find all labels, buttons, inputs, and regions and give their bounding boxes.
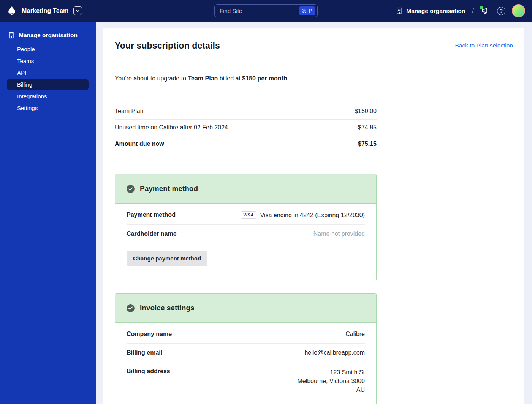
sidebar-item-integrations[interactable]: Integrations <box>7 91 89 102</box>
row-value: VISA Visa ending in 4242 (Expiring 12/20… <box>241 211 365 219</box>
topbar: Marketing Team Find Site ⌘ P Manage orga… <box>0 0 532 22</box>
calibre-logo-icon <box>7 6 17 16</box>
row-label: Company name <box>127 331 172 338</box>
separator: / <box>472 7 474 15</box>
back-to-plan-selection-link[interactable]: Back to Plan selection <box>455 42 513 49</box>
card-details-text: Visa ending in 4242 (Expiring 12/2030) <box>260 212 365 219</box>
sidebar-item-billing[interactable]: Billing <box>7 79 89 90</box>
sidebar-item-api[interactable]: API <box>7 68 89 78</box>
row-value: 123 Smith St Melbourne, Victoria 3000 AU <box>297 368 365 394</box>
sidebar-item-settings[interactable]: Settings <box>7 103 89 114</box>
intro-suffix: . <box>287 75 289 82</box>
notification-dot <box>480 6 483 9</box>
upgrade-intro-text: You’re about to upgrade to Team Plan bil… <box>115 75 513 82</box>
sidebar-item-people[interactable]: People <box>7 44 89 55</box>
row-value: Calibre <box>345 331 365 338</box>
help-glyph: ? <box>500 8 503 14</box>
building-icon <box>396 7 403 14</box>
sidebar-items: People Teams API Billing Integrations Se… <box>0 44 96 114</box>
row-label: Cardholder name <box>127 230 177 237</box>
invoice-settings-card-title: Invoice settings <box>140 304 195 312</box>
change-payment-method-button[interactable]: Change payment method <box>127 251 207 266</box>
row-label: Billing email <box>127 349 162 356</box>
page-title: Your subscription details <box>115 41 220 51</box>
billing-summary-table: Team Plan $150.00 Unused time on Calibre… <box>115 103 377 152</box>
cardholder-name-row: Cardholder name Name not provided <box>127 224 365 243</box>
summary-row-plan: Team Plan $150.00 <box>115 103 377 119</box>
sidebar: Manage organisation People Teams API Bil… <box>0 22 96 404</box>
announcements-button[interactable] <box>481 6 491 16</box>
chevron-down-icon <box>75 8 80 13</box>
invoice-settings-card: Invoice settings Company name Calibre Bi… <box>115 293 377 404</box>
team-dropdown-button[interactable] <box>73 6 82 15</box>
payment-method-card: Payment method Payment method VISA Visa … <box>115 174 377 281</box>
team-switcher[interactable]: Marketing Team <box>7 6 132 16</box>
help-button[interactable]: ? <box>497 7 505 15</box>
address-line-2: Melbourne, Victoria 3000 <box>297 377 365 385</box>
main-area: Your subscription details Back to Plan s… <box>96 22 532 404</box>
row-value: Name not provided <box>314 230 365 237</box>
check-circle-icon <box>127 304 135 312</box>
payment-method-card-body: Payment method VISA Visa ending in 4242 … <box>115 204 376 281</box>
find-site-search[interactable]: Find Site ⌘ P <box>214 4 318 17</box>
summary-amount: -$74.85 <box>356 124 377 131</box>
summary-row-unused-time: Unused time on Calibre after 02 Feb 2024… <box>115 119 377 136</box>
user-avatar[interactable] <box>512 4 525 17</box>
manage-organisation-label: Manage organisation <box>406 8 465 14</box>
row-label: Payment method <box>127 211 176 218</box>
summary-label: Team Plan <box>115 108 144 115</box>
building-icon <box>8 32 15 39</box>
payment-method-row: Payment method VISA Visa ending in 4242 … <box>127 206 365 224</box>
sidebar-item-teams[interactable]: Teams <box>7 56 89 66</box>
billing-email-row: Billing email hello@calibreapp.com <box>127 343 365 362</box>
payment-method-card-title: Payment method <box>140 185 198 193</box>
intro-middle: billed at <box>218 75 242 82</box>
summary-amount: $150.00 <box>355 108 377 115</box>
payment-method-card-header: Payment method <box>115 174 376 204</box>
intro-prefix: You’re about to upgrade to <box>115 75 188 82</box>
team-name: Marketing Team <box>22 8 68 14</box>
summary-label: Unused time on Calibre after 02 Feb 2024 <box>115 124 228 131</box>
search-shortcut-badge: ⌘ P <box>299 6 315 15</box>
summary-amount: $75.15 <box>358 140 377 147</box>
topbar-actions: Manage organisation / ? <box>396 4 525 17</box>
invoice-settings-card-header: Invoice settings <box>115 294 376 323</box>
address-line-3: AU <box>297 385 365 394</box>
visa-card-icon: VISA <box>241 211 256 219</box>
summary-label: Amount due now <box>115 140 164 147</box>
check-circle-icon <box>127 185 135 193</box>
address-line-1: 123 Smith St <box>297 368 365 377</box>
row-label: Billing address <box>127 368 170 375</box>
panel-body: You’re about to upgrade to Team Plan bil… <box>103 75 524 404</box>
subscription-panel: Your subscription details Back to Plan s… <box>103 28 524 404</box>
intro-plan-name: Team Plan <box>188 75 218 82</box>
row-value: hello@calibreapp.com <box>304 349 365 356</box>
invoice-settings-card-body: Company name Calibre Billing email hello… <box>115 323 376 404</box>
billing-address-row: Billing address 123 Smith St Melbourne, … <box>127 362 365 400</box>
summary-row-amount-due: Amount due now $75.15 <box>115 136 377 152</box>
sidebar-header-label: Manage organisation <box>19 32 78 39</box>
manage-organisation-link[interactable]: Manage organisation <box>396 7 465 14</box>
sidebar-header-manage-organisation[interactable]: Manage organisation <box>0 30 96 41</box>
panel-header: Your subscription details Back to Plan s… <box>103 28 524 63</box>
search-placeholder: Find Site <box>220 8 242 14</box>
intro-price: $150 per month <box>242 75 287 82</box>
company-name-row: Company name Calibre <box>127 325 365 343</box>
